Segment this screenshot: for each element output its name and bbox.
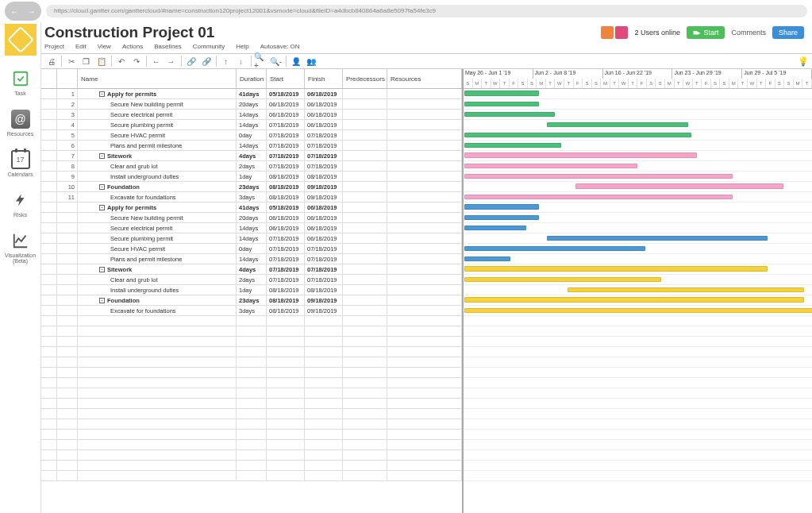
col-finish-header[interactable]: Finish	[305, 69, 343, 88]
gantt-bar[interactable]	[464, 307, 812, 314]
gantt-row[interactable]	[464, 99, 812, 110]
back-button[interactable]: ←	[6, 3, 22, 19]
gantt-bar[interactable]	[464, 173, 733, 179]
collapse-icon[interactable]: -	[99, 298, 105, 303]
table-row[interactable]: Install underground duties1day08/18/2019…	[41, 285, 462, 295]
table-row-empty[interactable]	[41, 409, 462, 419]
gantt-row[interactable]	[464, 130, 812, 141]
sidebar-item-calendars[interactable]: 17Calendars	[0, 143, 40, 183]
menu-baselines[interactable]: Baselines	[154, 43, 182, 50]
table-row-empty[interactable]	[41, 378, 462, 388]
gantt-bar[interactable]	[464, 214, 540, 221]
unlink-icon[interactable]: 🔗̸	[199, 55, 214, 68]
col-start-header[interactable]: Start	[267, 69, 305, 88]
grid-body[interactable]: 1-Apply for permits41days05/18/201906/18…	[41, 89, 462, 513]
redo-icon[interactable]: ↷	[129, 55, 144, 68]
table-row-empty[interactable]	[41, 440, 462, 450]
gantt-row[interactable]	[464, 233, 812, 244]
move-up-icon[interactable]: ↑	[219, 55, 233, 68]
outdent-icon[interactable]: ←	[149, 55, 164, 68]
move-down-icon[interactable]: ↓	[234, 55, 248, 68]
table-row-empty[interactable]	[41, 357, 462, 368]
gantt-bar[interactable]	[546, 235, 768, 241]
table-row-empty[interactable]	[41, 326, 462, 337]
gantt-row[interactable]	[464, 264, 812, 275]
forward-button[interactable]: →	[24, 3, 40, 19]
table-row-empty[interactable]	[41, 368, 462, 378]
table-row-empty[interactable]	[41, 399, 462, 409]
gantt-bar[interactable]	[464, 111, 556, 118]
gantt-bar[interactable]	[464, 276, 662, 283]
menu-help[interactable]: Help	[236, 43, 248, 50]
zoom-in-icon[interactable]: 🔍+	[254, 55, 268, 68]
table-row-empty[interactable]	[41, 316, 462, 326]
table-row[interactable]: -Foundation23days08/18/201909/18/2019	[41, 295, 462, 306]
gantt-bar[interactable]	[464, 225, 527, 231]
comments-link[interactable]: Comments	[731, 29, 766, 37]
table-row[interactable]: 2Secure New building permit20days06/18/2…	[41, 99, 462, 110]
table-row-empty[interactable]	[41, 419, 462, 430]
collapse-icon[interactable]: -	[99, 91, 105, 97]
table-row[interactable]: Secure HVAC permit0day07/18/201907/18/20…	[41, 244, 462, 254]
table-row-empty[interactable]	[41, 450, 462, 461]
table-row[interactable]: Excavate for foundations3days08/18/20190…	[41, 306, 462, 316]
gantt-bar[interactable]	[464, 163, 638, 169]
menu-edit[interactable]: Edit	[75, 43, 87, 50]
gantt-bar[interactable]	[464, 256, 511, 262]
table-row[interactable]: Secure plumbing permit14days07/18/201906…	[41, 233, 462, 244]
col-predecessors-header[interactable]: Predecessors	[343, 69, 387, 88]
col-name-header[interactable]: Name	[78, 69, 237, 88]
gantt-row[interactable]	[464, 223, 812, 233]
gantt-row[interactable]	[464, 141, 812, 151]
table-row[interactable]: Secure New building permit20days06/18/20…	[41, 213, 462, 223]
gantt-row[interactable]	[464, 120, 812, 130]
gantt-bar[interactable]	[464, 203, 540, 210]
table-row-empty[interactable]	[41, 430, 462, 440]
table-row-empty[interactable]	[41, 461, 462, 471]
gantt-row[interactable]	[464, 182, 812, 192]
cut-icon[interactable]: ✂	[64, 55, 79, 68]
sidebar-item-risks[interactable]: Risks	[0, 183, 40, 224]
col-duration-header[interactable]: Duration	[237, 69, 267, 88]
table-row[interactable]: -Apply for permits41days05/18/201906/18/…	[41, 202, 462, 213]
menu-autosave--on[interactable]: Autosave: ON	[260, 43, 300, 50]
table-row[interactable]: 10-Foundation23days08/18/201909/18/2019	[41, 182, 462, 192]
table-row[interactable]: 1-Apply for permits41days05/18/201906/18…	[41, 89, 462, 99]
collapse-icon[interactable]: -	[99, 267, 105, 272]
share-button[interactable]: Share	[772, 26, 804, 39]
gantt-row[interactable]	[464, 151, 812, 161]
table-row[interactable]: Plans and permit milestone14days07/18/20…	[41, 254, 462, 264]
sidebar-item-visualization--beta-[interactable]: Visualization (Beta)	[0, 224, 40, 270]
gantt-row[interactable]	[464, 89, 812, 99]
menu-project[interactable]: Project	[44, 43, 64, 50]
sidebar-item-task[interactable]: Task	[0, 62, 40, 102]
table-row[interactable]: 3Secure electrical permit14days06/18/201…	[41, 110, 462, 120]
gantt-bar[interactable]	[464, 90, 540, 97]
copy-icon[interactable]: ❐	[79, 55, 94, 68]
table-row[interactable]: Clear and grub lot2days07/18/201907/18/2…	[41, 275, 462, 285]
collapse-icon[interactable]: -	[99, 205, 105, 210]
gantt-row[interactable]	[464, 192, 812, 202]
gantt-body[interactable]	[464, 89, 812, 513]
table-row[interactable]: 9Install underground duties1day08/18/201…	[41, 172, 462, 182]
gantt-bar[interactable]	[464, 194, 733, 200]
gantt-bar[interactable]	[464, 142, 562, 148]
table-row-empty[interactable]	[41, 347, 462, 357]
sidebar-item-resources[interactable]: @Resources	[0, 102, 40, 143]
gantt-bar[interactable]	[464, 265, 768, 272]
gantt-row[interactable]	[464, 110, 812, 120]
user-icon[interactable]: 👤	[289, 55, 303, 68]
gantt-row[interactable]	[464, 295, 812, 306]
print-icon[interactable]: 🖨	[44, 55, 59, 68]
gantt-bar[interactable]	[567, 287, 805, 293]
avatar[interactable]	[615, 26, 628, 39]
table-row[interactable]: 8Clear and grub lot2days07/18/201907/18/…	[41, 161, 462, 172]
start-button[interactable]: ■▸ Start	[687, 26, 725, 39]
group-icon[interactable]: 👥	[304, 55, 318, 68]
table-row-empty[interactable]	[41, 337, 462, 347]
menu-actions[interactable]: Actions	[122, 43, 143, 50]
menu-view[interactable]: View	[98, 43, 111, 50]
gantt-row[interactable]	[464, 213, 812, 223]
collapse-icon[interactable]: -	[99, 153, 105, 159]
table-row[interactable]: 5Secure HVAC permit0day07/18/201907/18/2…	[41, 130, 462, 141]
